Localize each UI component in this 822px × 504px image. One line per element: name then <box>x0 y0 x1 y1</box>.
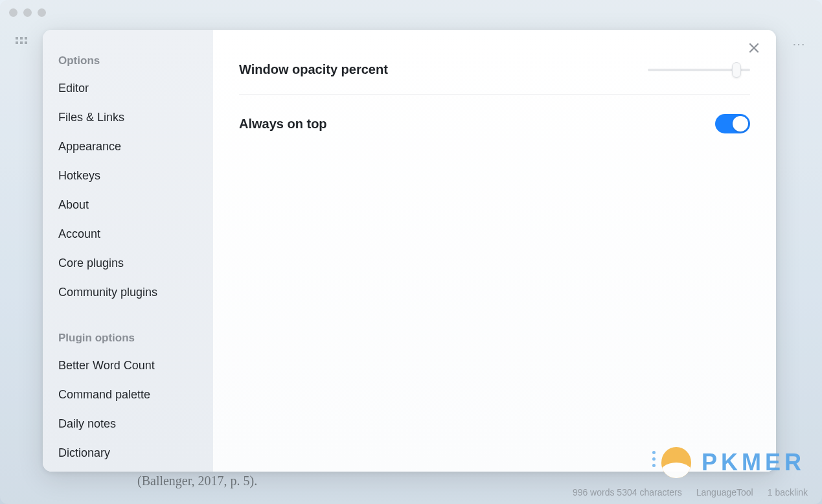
close-icon <box>749 43 759 56</box>
app-window: ⋯ (Ballenger, 2017, p. 5). 996 words 530… <box>0 0 822 504</box>
sidebar-item-appearance[interactable]: Appearance <box>43 132 213 161</box>
sidebar-item-account[interactable]: Account <box>43 220 213 249</box>
close-button[interactable] <box>746 41 762 57</box>
always-on-top-toggle[interactable] <box>715 114 750 133</box>
setting-window-opacity: Window opacity percent <box>239 43 750 95</box>
toggle-thumb <box>733 116 748 132</box>
sidebar-item-community-plugins[interactable]: Community plugins <box>43 278 213 307</box>
opacity-slider[interactable] <box>648 69 750 71</box>
sidebar-spacer <box>43 307 213 325</box>
slider-thumb[interactable] <box>732 62 741 78</box>
sidebar-item-better-word-count[interactable]: Better Word Count <box>43 351 213 380</box>
sidebar-heading-plugin-options: Plugin options <box>43 325 213 351</box>
sidebar-heading-options: Options <box>43 48 213 74</box>
setting-label-opacity: Window opacity percent <box>239 62 388 77</box>
sidebar-item-dictionary[interactable]: Dictionary <box>43 439 213 468</box>
sidebar-item-files-links[interactable]: Files & Links <box>43 103 213 132</box>
sidebar-item-core-plugins[interactable]: Core plugins <box>43 249 213 278</box>
setting-always-on-top: Always on top <box>239 95 750 150</box>
watermark: PKMER <box>661 447 805 478</box>
setting-label-always-on-top: Always on top <box>239 117 327 132</box>
pkmer-logo-icon <box>661 447 692 478</box>
settings-sidebar: Options Editor Files & Links Appearance … <box>43 30 213 472</box>
watermark-text: PKMER <box>702 449 805 476</box>
sidebar-item-command-palette[interactable]: Command palette <box>43 380 213 409</box>
settings-main-panel: Window opacity percent Always on top <box>213 30 776 472</box>
sidebar-item-about[interactable]: About <box>43 190 213 220</box>
sidebar-item-daily-notes[interactable]: Daily notes <box>43 409 213 439</box>
sidebar-item-editor[interactable]: Editor <box>43 74 213 103</box>
settings-modal: Options Editor Files & Links Appearance … <box>43 30 776 472</box>
sidebar-item-hotkeys[interactable]: Hotkeys <box>43 161 213 190</box>
